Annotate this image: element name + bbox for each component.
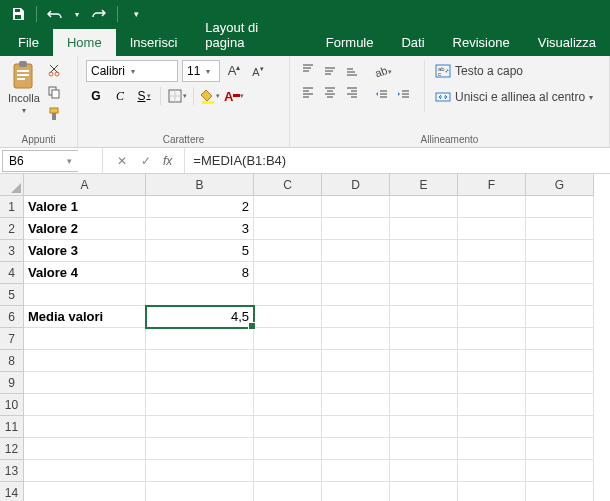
cell-E12[interactable] <box>390 438 458 460</box>
cell-F8[interactable] <box>458 350 526 372</box>
cell-C9[interactable] <box>254 372 322 394</box>
cell-E13[interactable] <box>390 460 458 482</box>
cell-G6[interactable] <box>526 306 594 328</box>
format-painter-icon[interactable] <box>44 104 64 124</box>
align-right-icon[interactable] <box>342 82 362 102</box>
cell-D3[interactable] <box>322 240 390 262</box>
cell-C11[interactable] <box>254 416 322 438</box>
orientation-icon[interactable]: ab▾ <box>372 62 392 82</box>
cell-C13[interactable] <box>254 460 322 482</box>
row-header[interactable]: 2 <box>0 218 24 240</box>
row-header[interactable]: 5 <box>0 284 24 306</box>
cell-B12[interactable] <box>146 438 254 460</box>
cell-A2[interactable]: Valore 2 <box>24 218 146 240</box>
cell-G1[interactable] <box>526 196 594 218</box>
cell-A4[interactable]: Valore 4 <box>24 262 146 284</box>
cell-D6[interactable] <box>322 306 390 328</box>
cell-A8[interactable] <box>24 350 146 372</box>
tab-page-layout[interactable]: Layout di pagina <box>191 14 311 56</box>
col-header[interactable]: C <box>254 174 322 196</box>
merge-center-button[interactable]: Unisci e allinea al centro ▾ <box>435 86 593 108</box>
cell-D1[interactable] <box>322 196 390 218</box>
cell-C4[interactable] <box>254 262 322 284</box>
cell-C14[interactable] <box>254 482 322 501</box>
name-box[interactable]: B6▾ <box>2 150 78 172</box>
cell-C7[interactable] <box>254 328 322 350</box>
row-header[interactable]: 3 <box>0 240 24 262</box>
cell-A10[interactable] <box>24 394 146 416</box>
customize-qat-icon[interactable]: ▾ <box>124 2 148 26</box>
cell-C10[interactable] <box>254 394 322 416</box>
col-header[interactable]: F <box>458 174 526 196</box>
tab-review[interactable]: Revisione <box>439 29 524 56</box>
cell-F1[interactable] <box>458 196 526 218</box>
cell-D5[interactable] <box>322 284 390 306</box>
cell-G9[interactable] <box>526 372 594 394</box>
align-left-icon[interactable] <box>298 82 318 102</box>
cell-F5[interactable] <box>458 284 526 306</box>
fill-color-icon[interactable]: ▾ <box>200 86 220 106</box>
cell-F2[interactable] <box>458 218 526 240</box>
cell-G8[interactable] <box>526 350 594 372</box>
undo-icon[interactable] <box>43 2 67 26</box>
cell-E2[interactable] <box>390 218 458 240</box>
cell-D12[interactable] <box>322 438 390 460</box>
cell-G10[interactable] <box>526 394 594 416</box>
underline-button[interactable]: S▾ <box>134 86 154 106</box>
font-name-select[interactable]: Calibri▾ <box>86 60 178 82</box>
cell-C6[interactable] <box>254 306 322 328</box>
cell-A7[interactable] <box>24 328 146 350</box>
cell-A11[interactable] <box>24 416 146 438</box>
cell-D13[interactable] <box>322 460 390 482</box>
cell-B9[interactable] <box>146 372 254 394</box>
cell-G13[interactable] <box>526 460 594 482</box>
tab-data[interactable]: Dati <box>387 29 438 56</box>
cell-D9[interactable] <box>322 372 390 394</box>
cell-B4[interactable]: 8 <box>146 262 254 284</box>
cell-D11[interactable] <box>322 416 390 438</box>
cell-G12[interactable] <box>526 438 594 460</box>
decrease-indent-icon[interactable] <box>372 85 392 105</box>
redo-icon[interactable] <box>87 2 111 26</box>
row-header[interactable]: 1 <box>0 196 24 218</box>
cell-E11[interactable] <box>390 416 458 438</box>
row-header[interactable]: 13 <box>0 460 24 482</box>
cell-G11[interactable] <box>526 416 594 438</box>
row-header[interactable]: 6 <box>0 306 24 328</box>
cell-E10[interactable] <box>390 394 458 416</box>
cell-A12[interactable] <box>24 438 146 460</box>
row-header[interactable]: 14 <box>0 482 24 501</box>
cell-F3[interactable] <box>458 240 526 262</box>
cell-G2[interactable] <box>526 218 594 240</box>
increase-font-icon[interactable]: A▴ <box>224 61 244 81</box>
cell-B5[interactable] <box>146 284 254 306</box>
cell-C2[interactable] <box>254 218 322 240</box>
bold-button[interactable]: G <box>86 86 106 106</box>
cell-F13[interactable] <box>458 460 526 482</box>
cut-icon[interactable] <box>44 60 64 80</box>
italic-button[interactable]: C <box>110 86 130 106</box>
cell-C1[interactable] <box>254 196 322 218</box>
cell-D4[interactable] <box>322 262 390 284</box>
tab-formulas[interactable]: Formule <box>312 29 388 56</box>
cell-G5[interactable] <box>526 284 594 306</box>
cell-F14[interactable] <box>458 482 526 501</box>
cell-B3[interactable]: 5 <box>146 240 254 262</box>
cell-A13[interactable] <box>24 460 146 482</box>
row-header[interactable]: 10 <box>0 394 24 416</box>
cell-B13[interactable] <box>146 460 254 482</box>
font-color-icon[interactable]: A▾ <box>224 86 244 106</box>
paste-button[interactable]: Incolla ▾ <box>8 60 40 124</box>
cell-A9[interactable] <box>24 372 146 394</box>
cell-B2[interactable]: 3 <box>146 218 254 240</box>
col-header[interactable]: D <box>322 174 390 196</box>
cancel-formula-icon[interactable]: ✕ <box>111 150 133 172</box>
col-header[interactable]: A <box>24 174 146 196</box>
col-header[interactable]: B <box>146 174 254 196</box>
decrease-font-icon[interactable]: A▾ <box>248 61 268 81</box>
cell-F6[interactable] <box>458 306 526 328</box>
cell-D8[interactable] <box>322 350 390 372</box>
cell-E4[interactable] <box>390 262 458 284</box>
cell-A5[interactable] <box>24 284 146 306</box>
tab-view[interactable]: Visualizza <box>524 29 610 56</box>
